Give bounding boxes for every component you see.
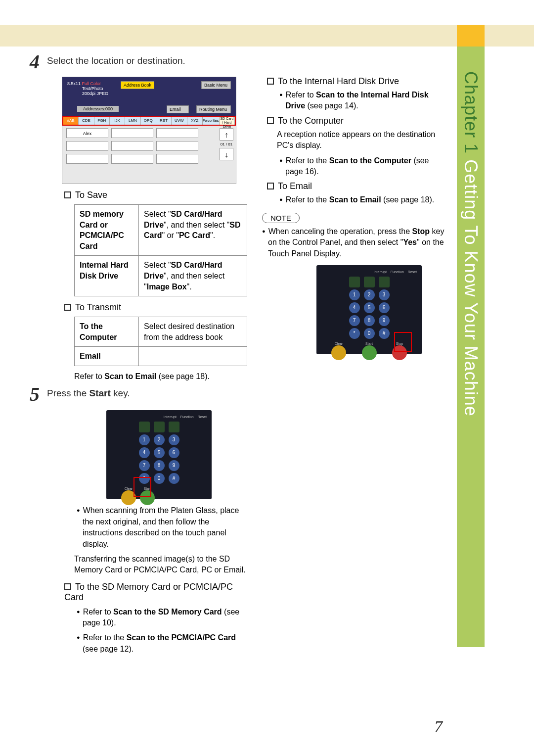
top-bar <box>0 25 534 47</box>
save-instruction-hdd: Select "SD Card/Hard Drive", and then se… <box>139 256 247 296</box>
reset-key[interactable] <box>169 422 179 432</box>
keypad-5[interactable]: 5 <box>154 447 165 458</box>
keypad-9[interactable]: 9 <box>169 460 179 471</box>
note-text: When canceling the operation, press the … <box>262 226 446 259</box>
checkbox-icon <box>267 183 274 189</box>
destination-entry[interactable] <box>156 141 198 151</box>
keypad-8[interactable]: 8 <box>364 315 375 326</box>
keypad-2[interactable]: 2 <box>364 289 375 300</box>
refer-email: Refer to the Scan to Email (see page 18)… <box>279 194 446 205</box>
interrupt-key[interactable] <box>139 422 150 432</box>
scan-size: 8.5x11 <box>67 81 81 86</box>
reset-key[interactable] <box>379 277 390 287</box>
keypad-hash[interactable]: # <box>379 328 390 339</box>
keypad-3[interactable]: 3 <box>169 434 179 445</box>
address-book-button[interactable]: Address Book <box>121 81 154 89</box>
tab-favorites[interactable]: Favorites <box>203 117 220 125</box>
table-row: SD memory Card or PCMCIA/PC Card Select … <box>75 205 247 256</box>
keypad-4[interactable]: 4 <box>349 302 360 313</box>
destination-entry[interactable]: Alex <box>66 128 108 138</box>
to-transmit-heading: To Transmit <box>64 302 247 313</box>
routing-menu-button[interactable]: Routing Menu <box>196 105 231 113</box>
tab-rst[interactable]: RST <box>156 117 172 125</box>
tab-sd-card[interactable]: SD Card / Hard Drive <box>220 117 235 125</box>
destination-entry[interactable] <box>111 141 153 151</box>
step-5-text: Press the Start key. <box>47 387 247 404</box>
keypad-6[interactable]: 6 <box>169 447 179 458</box>
interrupt-key[interactable] <box>349 277 360 287</box>
keypad-7[interactable]: 7 <box>349 315 360 326</box>
clear-key[interactable] <box>331 345 346 360</box>
function-label: Function <box>391 270 404 274</box>
transfer-note: Transferring the scanned image(s) to the… <box>74 554 247 576</box>
transmit-option-email: Email <box>75 347 139 366</box>
keypad-6[interactable]: 6 <box>379 302 390 313</box>
checkbox-icon <box>64 191 71 198</box>
save-table: SD memory Card or PCMCIA/PC Card Select … <box>74 204 247 296</box>
destination-entry[interactable] <box>66 154 108 164</box>
tab-lmn[interactable]: LMN <box>125 117 140 125</box>
checkbox-icon <box>64 583 71 590</box>
refer-hdd: Refer to Scan to the Internal Hard Disk … <box>279 90 446 112</box>
start-highlight <box>134 477 151 497</box>
keypad-3[interactable]: 3 <box>379 289 390 300</box>
destination-entry[interactable] <box>66 141 108 151</box>
scroll-down-icon[interactable]: ↓ <box>220 148 233 160</box>
tab-uvw[interactable]: UVW <box>172 117 187 125</box>
keypad-hash[interactable]: # <box>169 473 179 484</box>
function-key[interactable] <box>364 277 375 287</box>
right-column: To the Internal Hard Disk Drive Refer to… <box>262 54 446 659</box>
tab-xyz[interactable]: XYZ <box>187 117 203 125</box>
table-row: Internal Hard Disk Drive Select "SD Card… <box>75 256 247 296</box>
save-option-sd: SD memory Card or PCMCIA/PC Card <box>75 205 139 256</box>
tab-cde[interactable]: CDE <box>79 117 94 125</box>
tab-ijk[interactable]: IJK <box>110 117 125 125</box>
keypad-0[interactable]: 0 <box>154 473 165 484</box>
keypad-0[interactable]: 0 <box>364 328 375 339</box>
destination-entry[interactable] <box>156 128 198 138</box>
note-label: NOTE <box>262 213 300 223</box>
destination-entry[interactable] <box>111 154 153 164</box>
reset-label: Reset <box>408 270 417 274</box>
keypad-1[interactable]: 1 <box>349 289 360 300</box>
refer-sd-card: Refer to Scan to the SD Memory Card (see… <box>77 607 247 629</box>
step-5: 5 Press the Start key. <box>30 387 247 404</box>
transmit-option-computer: To the Computer <box>75 317 139 347</box>
to-save-heading: To Save <box>64 190 247 200</box>
touch-panel-screenshot: 8.5x11 Full Color Text/Photo 200dpi JPEG… <box>62 77 236 184</box>
transmit-table: To the ComputerSelect desired destinatio… <box>74 317 247 366</box>
refer-pcmcia: Refer to the Scan to the PCMCIA/PC Card … <box>77 632 247 655</box>
keypad-8[interactable]: 8 <box>154 460 165 471</box>
computer-body: A reception notice appears on the destin… <box>277 129 446 151</box>
checkbox-icon <box>64 304 71 311</box>
scroll-up-icon[interactable]: ↑ <box>220 128 233 141</box>
keypad-5[interactable]: 5 <box>364 302 375 313</box>
keypad-star[interactable]: * <box>349 328 360 339</box>
destination-entry[interactable] <box>156 154 198 164</box>
email-button[interactable]: Email <box>167 105 189 113</box>
keypad-screenshot-start: Interrupt Function Reset 123 456 789 *0#… <box>106 410 212 499</box>
tab-fgh[interactable]: FGH <box>94 117 110 125</box>
keypad-9[interactable]: 9 <box>379 315 390 326</box>
tab-ab[interactable]: #AB <box>63 117 79 125</box>
keypad-4[interactable]: 4 <box>139 447 150 458</box>
keypad-7[interactable]: 7 <box>139 460 150 471</box>
refer-computer: Refer to the Scan to the Computer (see p… <box>279 155 446 178</box>
keypad-2[interactable]: 2 <box>154 434 165 445</box>
keypad-screenshot-stop: Interrupt Function Reset 123 456 789 *0#… <box>316 265 422 354</box>
to-sd-heading: To the SD Memory Card or PCMCIA/PC Card <box>64 582 247 603</box>
checkbox-icon <box>267 78 274 85</box>
basic-menu-button[interactable]: Basic Menu <box>201 81 231 89</box>
save-option-hdd: Internal Hard Disk Drive <box>75 256 139 296</box>
accent-bar <box>457 25 485 47</box>
tab-opq[interactable]: OPQ <box>141 117 156 125</box>
function-key[interactable] <box>154 422 165 432</box>
start-key[interactable] <box>362 345 377 360</box>
scan-resolution: 200dpi JPEG <box>82 91 108 96</box>
destination-entry[interactable] <box>111 128 153 138</box>
transmit-instruction-email <box>139 347 247 366</box>
keypad-1[interactable]: 1 <box>139 434 150 445</box>
stop-highlight <box>394 332 412 352</box>
destination-tabs: #AB CDE FGH IJK LMN OPQ RST UVW XYZ Favo… <box>62 116 236 126</box>
step-4-text: Select the location or destination. <box>47 54 247 72</box>
